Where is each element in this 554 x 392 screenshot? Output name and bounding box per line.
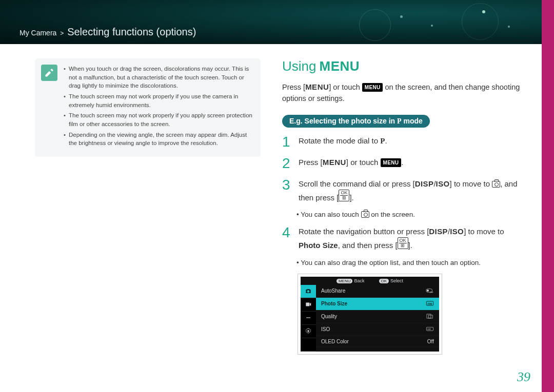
tab-video-icon (301, 298, 316, 312)
menu-row-oledcolor: OLED Color Off (316, 336, 439, 347)
menu-label: MENU (319, 58, 360, 74)
camera-screenshot: MENUBack OKSelect AutoShare OFF (298, 274, 442, 355)
svg-text:ISO: ISO (427, 328, 431, 331)
menu-button-hard: MENU (305, 82, 329, 91)
svg-rect-8 (428, 315, 432, 318)
tab-camera-icon (301, 285, 316, 298)
breadcrumb: My Camera > Selecting functions (options… (19, 26, 196, 38)
toggle-off-icon: OFF (426, 287, 434, 295)
heading-prefix: Using (282, 58, 316, 74)
step-1: 1 Rotate the mode dial to P. (282, 135, 526, 149)
example-pill: E.g. Selecting the photo size in P mode (282, 115, 430, 128)
breadcrumb-section: My Camera (19, 29, 56, 37)
tab-settings-icon (301, 325, 316, 338)
screenshot-tabs (301, 285, 316, 352)
ok-button-icon: OK⊞ (398, 237, 408, 249)
intro-text: Press [MENU] or touch MENU on the screen… (282, 81, 526, 105)
note-item: The touch screen may not work properly i… (64, 111, 252, 128)
screenshot-statusbar: MENUBack OKSelect (301, 277, 439, 285)
ok-button-icon: OK⊞ (339, 190, 349, 201)
size-icon: 20M (426, 300, 434, 307)
page-number: 39 (517, 369, 530, 385)
svg-text:20M: 20M (427, 302, 432, 305)
breadcrumb-page: Selecting functions (options) (67, 26, 196, 37)
tab-blank (301, 338, 316, 352)
step-3-note: • You can also touch on the screen. (296, 211, 526, 218)
step-number: 4 (282, 225, 291, 252)
svg-text:OFF: OFF (430, 291, 433, 293)
screenshot-menu-list: AutoShare OFF Photo Size 20M Quality ISO… (316, 285, 439, 352)
section-color-bar (542, 0, 554, 392)
tab-custom-icon (301, 312, 316, 325)
step-number: 3 (282, 178, 291, 204)
camera-icon (492, 181, 500, 188)
iso-icon: ISO (426, 326, 434, 333)
note-box: When you touch or drag the screen, disco… (35, 58, 261, 157)
menu-button-hard: MENU (323, 158, 346, 167)
menu-touch-icon: MENU (362, 83, 383, 92)
page-header: My Camera > Selecting functions (options… (0, 0, 554, 44)
note-icon (41, 65, 57, 81)
note-list: When you touch or drag the screen, disco… (64, 65, 252, 150)
step-3: 3 Scroll the command dial or press [DISP… (282, 178, 526, 204)
step-4-note: • You can also drag the option list, and… (296, 259, 526, 266)
menu-touch-icon: MENU (381, 158, 402, 168)
step-number: 2 (282, 156, 291, 171)
menu-row-iso: ISO ISO (316, 323, 439, 336)
step-number: 1 (282, 135, 291, 149)
menu-row-autoshare: AutoShare OFF (316, 285, 439, 298)
svg-point-1 (307, 330, 309, 332)
menu-row-photosize: Photo Size 20M (316, 298, 439, 311)
note-item: Depending on the viewing angle, the scre… (64, 131, 252, 148)
note-item: The touch screen may not work properly i… (64, 92, 252, 109)
svg-rect-7 (427, 314, 431, 318)
step-2: 2 Press [MENU] or touch MENU. (282, 156, 526, 171)
step-4: 4 Rotate the navigation button or press … (282, 225, 526, 252)
svg-point-3 (427, 290, 429, 292)
note-item: When you touch or drag the screen, disco… (64, 65, 252, 90)
chevron-right-icon: > (60, 30, 64, 37)
menu-row-quality: Quality (316, 311, 439, 323)
camera-icon (361, 211, 369, 218)
svg-rect-0 (306, 317, 310, 318)
quality-icon (426, 313, 434, 320)
section-heading: Using MENU (282, 58, 526, 74)
